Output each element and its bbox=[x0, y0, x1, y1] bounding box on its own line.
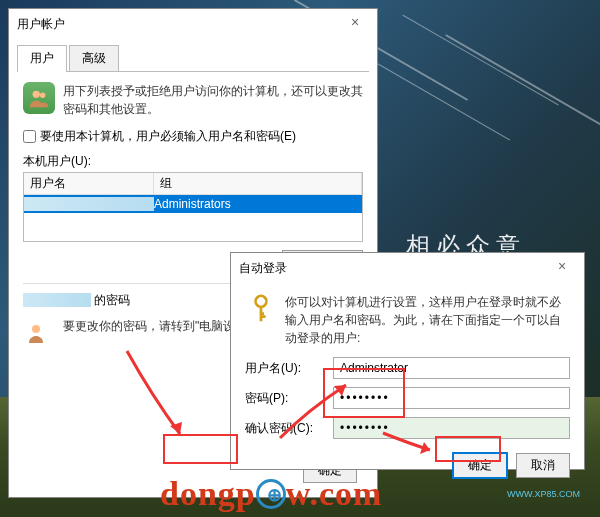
dialog2-title: 自动登录 bbox=[239, 260, 287, 277]
username-label: 用户名(U): bbox=[245, 360, 325, 377]
close-icon[interactable]: × bbox=[341, 14, 369, 34]
svg-point-0 bbox=[33, 91, 40, 98]
close-icon[interactable]: × bbox=[548, 258, 576, 278]
intro-text: 用下列表授予或拒绝用户访问你的计算机，还可以更改其密码和其他设置。 bbox=[63, 82, 363, 118]
svg-point-2 bbox=[32, 325, 40, 333]
username-input[interactable] bbox=[333, 357, 570, 379]
tab-users[interactable]: 用户 bbox=[17, 45, 67, 72]
auto-login-dialog: 自动登录 × 你可以对计算机进行设置，这样用户在登录时就不必输入用户名和密码。为… bbox=[230, 252, 585, 470]
require-password-checkbox[interactable]: 要使用本计算机，用户必须输入用户名和密码(E) bbox=[23, 128, 363, 145]
column-username[interactable]: 用户名 bbox=[24, 173, 154, 194]
table-row[interactable]: ████ Administrators bbox=[24, 195, 362, 213]
cancel-button[interactable]: 取消 bbox=[516, 453, 570, 478]
dialog-title: 用户帐户 bbox=[17, 16, 65, 33]
dialog2-intro: 你可以对计算机进行设置，这样用户在登录时就不必输入用户名和密码。为此，请在下面指… bbox=[285, 293, 570, 347]
password-input[interactable] bbox=[333, 387, 570, 409]
svg-point-1 bbox=[40, 93, 45, 99]
user-list[interactable]: 用户名 组 ████ Administrators bbox=[23, 172, 363, 242]
users-icon bbox=[23, 82, 55, 114]
key-icon bbox=[23, 317, 55, 349]
column-group[interactable]: 组 bbox=[154, 173, 362, 194]
ok-button[interactable]: 确定 bbox=[453, 453, 507, 478]
confirm-password-label: 确认密码(C): bbox=[245, 420, 325, 437]
tab-advanced[interactable]: 高级 bbox=[69, 45, 119, 72]
confirm-password-input[interactable] bbox=[333, 417, 570, 439]
watermark-small: WWW.XP85.COM bbox=[507, 489, 580, 499]
list-label: 本机用户(U): bbox=[23, 153, 363, 170]
key-icon bbox=[245, 293, 277, 325]
password-label: 密码(P): bbox=[245, 390, 325, 407]
watermark: dongp⊕w.com bbox=[160, 475, 382, 513]
